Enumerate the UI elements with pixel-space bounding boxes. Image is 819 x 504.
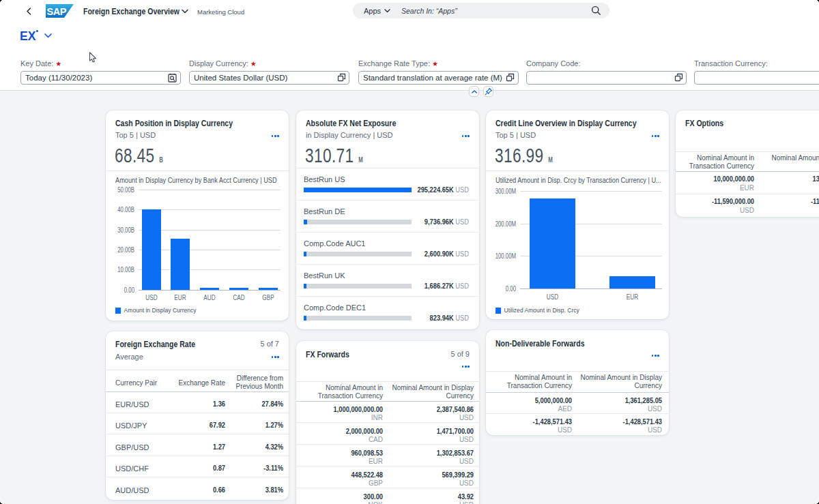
svg-text:SAP: SAP: [47, 6, 67, 17]
